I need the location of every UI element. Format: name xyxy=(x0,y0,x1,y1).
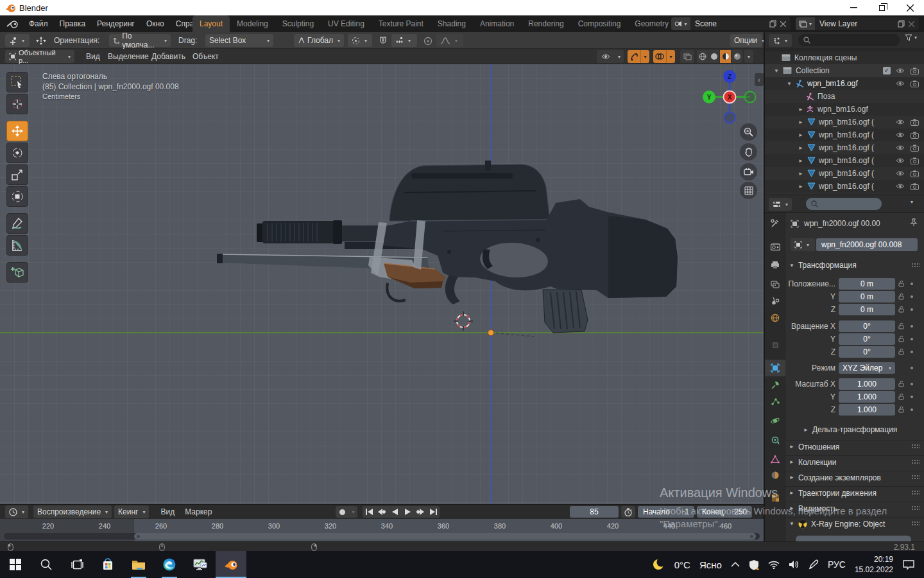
use-preview-range-button[interactable] xyxy=(621,506,635,518)
rotation-mode-dropdown[interactable]: XYZ Эйлер▾ xyxy=(839,362,895,374)
scale-x-field[interactable]: 1.000 xyxy=(839,378,895,390)
animate-dot[interactable] xyxy=(911,295,913,298)
auto-keying-button[interactable] xyxy=(336,506,348,518)
menu-window[interactable]: Окно xyxy=(141,15,170,32)
location-x-field[interactable]: 0 m xyxy=(839,278,895,290)
tab-object-data[interactable] xyxy=(765,451,785,468)
eye-icon[interactable] xyxy=(896,144,905,151)
panel-drag-dots[interactable] xyxy=(911,490,920,496)
close-button[interactable] xyxy=(896,0,924,15)
task-view-button[interactable] xyxy=(62,551,92,578)
delta-transform-panel[interactable]: ►Дельта-трансформация xyxy=(785,423,924,436)
scale-tool[interactable] xyxy=(6,164,28,185)
tab-modifiers[interactable] xyxy=(765,377,785,394)
task-manager-button[interactable] xyxy=(185,551,216,578)
partial-widget[interactable] xyxy=(796,536,911,541)
visibility-dropdown[interactable]: ▾ xyxy=(615,50,624,63)
measure-tool[interactable] xyxy=(6,235,28,256)
overlays-dropdown[interactable]: ▾ xyxy=(666,50,675,63)
scale-z-field[interactable]: 1.000 xyxy=(839,404,895,416)
eye-icon[interactable] xyxy=(896,80,905,87)
menu-edit[interactable]: Правка xyxy=(54,15,92,32)
cursor-tool[interactable] xyxy=(6,94,28,114)
minimize-button[interactable] xyxy=(839,0,868,15)
select-box-tool[interactable] xyxy=(6,72,28,92)
language-indicator[interactable]: РУС xyxy=(828,559,846,570)
jump-to-end-button[interactable] xyxy=(427,506,440,518)
tab-view-layer[interactable] xyxy=(765,276,785,293)
outliner-row-mesh[interactable]: ► wpn_bm16.ogf ( xyxy=(765,154,924,167)
tab-particles[interactable] xyxy=(765,393,785,410)
tab-modeling[interactable]: Modeling xyxy=(230,15,275,32)
proportional-falloff-dropdown[interactable]: ▾ xyxy=(436,34,463,47)
animate-dot[interactable] xyxy=(911,396,913,398)
lock-icon[interactable] xyxy=(898,306,905,313)
animate-dot[interactable] xyxy=(911,367,913,369)
animate-dot[interactable] xyxy=(911,383,913,385)
camera-visibility-icon[interactable] xyxy=(911,119,919,126)
drag-dropdown[interactable]: Select Box▾ xyxy=(205,34,273,47)
play-button[interactable] xyxy=(401,506,414,518)
unlink-scene-icon[interactable] xyxy=(780,21,786,27)
mode-dropdown[interactable]: Объектный р...▾ xyxy=(5,50,74,63)
add-cube-tool[interactable] xyxy=(6,262,28,283)
tab-render[interactable] xyxy=(765,238,785,255)
orientation-dropdown[interactable]: По умолча...▾ xyxy=(109,34,171,47)
pan-hand-button[interactable] xyxy=(740,143,757,161)
camera-visibility-icon[interactable] xyxy=(911,67,919,74)
prev-keyframe-button[interactable] xyxy=(375,506,388,518)
clock[interactable]: 20:19 15.02.2022 xyxy=(855,554,893,575)
timeline-editor-dropdown[interactable]: ▾ xyxy=(5,505,28,518)
camera-visibility-icon[interactable] xyxy=(911,170,919,177)
tab-object-properties[interactable] xyxy=(765,360,785,376)
temperature-label[interactable]: 0°C xyxy=(674,559,690,570)
tab-tool[interactable] xyxy=(765,215,785,232)
rotation-y-field[interactable]: 0° xyxy=(839,333,895,345)
relations-panel[interactable]: ►Отношения xyxy=(785,440,924,453)
outliner-row-armature[interactable]: ▼ wpn_bm16.ogf xyxy=(765,77,924,90)
visibility-panel[interactable]: ►Видимость xyxy=(785,502,924,514)
weather-label[interactable]: Ясно xyxy=(699,559,722,570)
taskbar-search-button[interactable] xyxy=(31,551,62,578)
restore-button[interactable] xyxy=(868,0,896,15)
selectability-visibility-button[interactable] xyxy=(597,50,615,63)
properties-filter-dropdown[interactable]: ▾ xyxy=(909,199,913,205)
lock-icon[interactable] xyxy=(898,322,905,329)
zoom-button[interactable] xyxy=(740,123,757,141)
menu-file[interactable]: Файл xyxy=(23,15,54,32)
tab-object-dim[interactable] xyxy=(765,337,785,353)
scene-name[interactable]: Scene xyxy=(690,19,769,28)
menu-render[interactable]: Рендеринг xyxy=(91,15,141,32)
blender-taskbar-button[interactable] xyxy=(216,551,246,578)
tab-uv-editing[interactable]: UV Editing xyxy=(321,15,372,32)
camera-visibility-icon[interactable] xyxy=(911,132,919,139)
snap-magnet-icon[interactable] xyxy=(379,37,388,45)
keying-menu[interactable]: Кеинг▾ xyxy=(114,505,149,518)
play-reverse-button[interactable] xyxy=(388,506,401,518)
eye-icon[interactable] xyxy=(896,183,905,189)
camera-visibility-icon[interactable] xyxy=(911,157,919,164)
view-layer-name[interactable]: View Layer xyxy=(815,19,898,28)
next-keyframe-button[interactable] xyxy=(414,506,427,518)
scene-browse-button[interactable]: ▾ xyxy=(671,17,690,30)
tray-chevron-up-icon[interactable] xyxy=(731,562,740,567)
moon-weather-icon[interactable] xyxy=(653,558,665,571)
navigation-gizmo[interactable]: Z Y X xyxy=(701,69,758,125)
animate-dot[interactable] xyxy=(911,283,913,285)
tab-world[interactable] xyxy=(765,310,785,326)
pen-icon[interactable] xyxy=(809,559,819,570)
tab-texture[interactable] xyxy=(765,489,785,506)
frame-start-field[interactable]: Начало1 xyxy=(638,506,694,518)
outliner-row-mesh[interactable]: ► wpn_bm16.ogf ( xyxy=(765,116,924,128)
frame-end-field[interactable]: Конец250 xyxy=(697,506,752,518)
tab-texture-paint[interactable]: Texture Paint xyxy=(372,15,431,32)
transform-orientation-dropdown[interactable]: Глобал▾ xyxy=(294,34,344,47)
timeline-scrollbar-thumb[interactable] xyxy=(134,533,756,539)
tab-compositing[interactable]: Compositing xyxy=(571,15,628,32)
tab-shading[interactable]: Shading xyxy=(431,15,473,32)
outliner-row-scene-collection[interactable]: Коллекция сцены xyxy=(765,51,924,64)
lock-icon[interactable] xyxy=(898,406,905,413)
menu-view[interactable]: Вид xyxy=(81,49,105,64)
lock-icon[interactable] xyxy=(898,380,905,387)
pin-icon[interactable] xyxy=(910,218,918,227)
